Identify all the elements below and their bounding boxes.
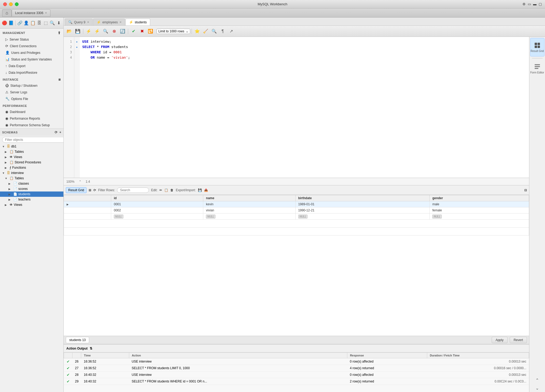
minimize-button[interactable] xyxy=(9,2,13,6)
tree-db1-procedures[interactable]: ▶ 📋 Stored Procedures xyxy=(0,160,63,165)
export-icon2[interactable]: 📤 xyxy=(204,188,208,192)
sidebar-item-users-privileges[interactable]: 👤 Users and Privileges xyxy=(0,49,63,56)
grid-refresh-icon[interactable]: ⟳ xyxy=(93,188,96,192)
tree-db1-views[interactable]: ▶ 👁 Views xyxy=(0,154,63,160)
tree-interview[interactable]: ▼ 🗄 interview xyxy=(0,170,63,176)
sql-icon-2[interactable]: 📘 xyxy=(8,19,14,27)
tab-employees-close[interactable]: ✕ xyxy=(119,21,122,24)
table-row[interactable]: NULL NULL NULL NULL xyxy=(64,214,529,220)
execute-btn[interactable]: ⚡ xyxy=(85,27,93,35)
db1-tables-toggle: ▶ xyxy=(5,150,8,153)
maximize-button[interactable] xyxy=(15,2,19,6)
sidebar-item-startup-shutdown[interactable]: ⏻ Startup / Shutdown xyxy=(0,82,63,89)
panel-scroll-down[interactable]: ⌄ xyxy=(530,384,544,392)
tab-employees[interactable]: ⚡ employees ✕ xyxy=(93,19,125,25)
commit-btn[interactable]: ✔ xyxy=(129,27,137,35)
sidebar-btn-5[interactable]: 📋 xyxy=(30,19,36,27)
toggle-btn[interactable]: 🔄 xyxy=(119,27,127,35)
sidebar-btn-6[interactable]: 🗄 xyxy=(36,19,42,27)
edit-icon2[interactable]: 📋 xyxy=(164,188,168,192)
sidebar-item-server-status[interactable]: ▷ Server Status xyxy=(0,36,63,43)
result-grid-panel-btn[interactable]: Result Grid xyxy=(530,38,544,56)
wrap-icon[interactable]: ⊟ xyxy=(524,188,527,192)
sidebar-btn-9[interactable]: ⬇ xyxy=(56,19,62,27)
tree-db1-functions[interactable]: ▶ ⨍ Functions xyxy=(0,165,63,170)
tree-interview-views[interactable]: ▶ 👁 Views xyxy=(0,202,63,207)
tab-query9-close[interactable]: ✕ xyxy=(87,21,89,24)
export-icon1[interactable]: 💾 xyxy=(198,188,202,192)
tree-interview-tables[interactable]: ▼ 📋 Tables xyxy=(0,176,63,181)
tree-table-scores[interactable]: ▶ 📄 scores xyxy=(0,186,63,191)
layout-icon3[interactable]: ▢ xyxy=(539,2,542,6)
layout-icon1[interactable]: ▭ xyxy=(528,2,531,6)
schema-filter-input[interactable] xyxy=(2,137,64,143)
open-btn[interactable]: 📂 xyxy=(65,27,73,35)
execute-selected-btn[interactable]: ⚡ xyxy=(93,27,101,35)
schema-new-icon[interactable]: + xyxy=(59,130,61,134)
sql-icon-1[interactable]: 🔴 xyxy=(2,19,7,27)
tree-table-classes[interactable]: ▶ 📄 classes xyxy=(0,181,63,186)
edit-icon1[interactable]: ✏ xyxy=(159,188,162,192)
view-btn[interactable]: ¶ xyxy=(219,27,227,35)
result-grid-panel-label: Result Grid xyxy=(530,50,544,53)
sidebar-item-perf-reports[interactable]: ◉ Performance Reports xyxy=(0,115,63,122)
instance-tab-close[interactable]: ✕ xyxy=(45,11,47,14)
zoom-stepper[interactable]: ⌃ xyxy=(79,180,81,184)
rollback-btn[interactable]: ✖ xyxy=(138,27,146,35)
management-expand-icon[interactable]: ⬆ xyxy=(58,31,61,35)
users-privileges-icon: 👤 xyxy=(5,51,10,55)
sidebar-btn-3[interactable]: 🔗 xyxy=(17,19,23,27)
tree-db1[interactable]: ▼ 🗄 db1 xyxy=(0,144,63,149)
panel-scroll-up[interactable]: ⌃ xyxy=(530,376,544,384)
students-result-tab[interactable]: students 13 xyxy=(66,337,89,343)
apply-button[interactable]: Apply xyxy=(492,337,508,343)
sidebar-item-options-file[interactable]: 🔧 Options File xyxy=(0,95,63,102)
action-output-sort-icon[interactable]: ⇅ xyxy=(90,347,92,350)
schema-refresh-icon[interactable]: ⟳ xyxy=(55,130,58,134)
bookmark-btn[interactable]: ⭐ xyxy=(193,27,201,35)
tree-table-students[interactable]: ▶ 📄 students xyxy=(0,191,63,197)
filter-search-input[interactable] xyxy=(117,188,149,193)
edit-icon3[interactable]: 🗑 xyxy=(170,188,174,192)
sql-line-3: WHERE id = 0001 xyxy=(82,50,526,55)
sidebar-item-server-logs[interactable]: ⚠ Server Logs xyxy=(0,89,63,95)
toggle-autocommit-btn[interactable]: 🔁 xyxy=(146,27,154,35)
settings-icon[interactable]: ⚙ xyxy=(522,2,526,6)
result-grid-btn[interactable]: Result Grid xyxy=(66,187,86,193)
format-btn[interactable]: 🧹 xyxy=(202,27,210,35)
grid-layout-icon[interactable]: ⊞ xyxy=(89,188,91,192)
table-row[interactable]: 0002 vivian 1990-12-21 female xyxy=(64,207,529,214)
sidebar-btn-8[interactable]: 🔍 xyxy=(49,19,55,27)
home-tab[interactable]: ⌂ xyxy=(2,9,12,17)
table-row[interactable]: ▶ 0001 kevin 1989-01-01 male xyxy=(64,201,529,207)
close-button[interactable] xyxy=(3,2,7,6)
sidebar-item-perf-schema[interactable]: ◉ Performance Schema Setup xyxy=(0,122,63,128)
export-btn[interactable]: ↗ xyxy=(227,27,235,35)
sidebar-btn-7[interactable]: ⬚ xyxy=(43,19,49,27)
sidebar-toolbar: 🔴 📘 🔗 👤 📋 🗄 ⬚ 🔍 ⬇ xyxy=(0,18,63,29)
sql-code-area[interactable]: USE interview; SELECT * FROM students WH… xyxy=(80,37,529,178)
sidebar-item-dashboard[interactable]: ◉ Dashboard xyxy=(0,108,63,115)
tree-table-teachers[interactable]: ▶ 📄 teachers xyxy=(0,197,63,202)
tree-db1-tables[interactable]: ▶ 📋 Tables xyxy=(0,149,63,154)
layout-icon2[interactable]: ▬ xyxy=(533,2,537,6)
limit-selector[interactable]: Limit to 1000 rows ⌄ xyxy=(157,29,190,34)
search-btn[interactable]: 🔍 xyxy=(210,27,218,35)
revert-button[interactable]: Revert xyxy=(510,337,527,343)
save-btn[interactable]: 💾 xyxy=(74,27,82,35)
sidebar-item-data-export[interactable]: ↑ Data Export xyxy=(0,63,63,69)
stop-btn[interactable]: ⊗ xyxy=(110,27,118,35)
sidebar-item-client-connections[interactable]: ⟳ Client Connections xyxy=(0,43,63,49)
sidebar-btn-4[interactable]: 👤 xyxy=(23,19,29,27)
sql-editor[interactable]: 1 2 3 4 ● ● USE interview; SELECT * FROM… xyxy=(64,37,529,178)
svg-rect-1 xyxy=(538,43,540,45)
sidebar-item-data-import[interactable]: ↓ Data Import/Restore xyxy=(0,69,63,76)
interview-toggle: ▼ xyxy=(2,172,6,175)
tab-students[interactable]: ⚡ students xyxy=(126,19,150,25)
explain-btn[interactable]: 🔍 xyxy=(102,27,110,35)
action-row28-time: 16:40:32 xyxy=(81,372,129,378)
instance-tab[interactable]: Local instance 3306 ✕ xyxy=(12,9,51,17)
form-editor-panel-btn[interactable]: Form Editor xyxy=(530,59,544,78)
sidebar-item-status-vars[interactable]: 📊 Status and System Variables xyxy=(0,56,63,63)
tab-query9[interactable]: 🔍 Query 9 ✕ xyxy=(65,19,93,25)
